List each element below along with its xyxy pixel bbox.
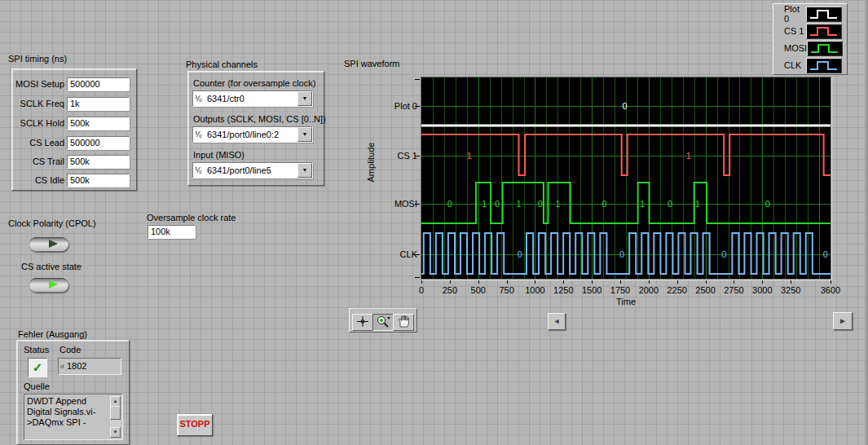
outputs-channel-label: Outputs (SCLK, MOSI, CS [0..N]) xyxy=(193,114,326,124)
sclk-hold-label: SCLK Hold xyxy=(20,118,64,128)
scroll-down-icon[interactable]: ▼ xyxy=(110,427,121,438)
x-axis-tick xyxy=(535,280,535,284)
y-label-plot0: Plot 0 xyxy=(368,101,417,111)
svg-text:0: 0 xyxy=(721,249,726,259)
square-wave-glyph-icon[interactable] xyxy=(806,58,842,73)
x-axis-tick xyxy=(620,280,621,284)
x-axis-tick xyxy=(450,280,451,284)
graph-scroll-left-button[interactable]: ◄ xyxy=(548,313,566,330)
magnifier-icon xyxy=(374,315,392,328)
cursor-crosshair-tool-button[interactable] xyxy=(352,314,373,331)
error-source-line: DWDT Append xyxy=(27,396,95,407)
x-axis-tick xyxy=(563,280,564,284)
input-channel-combo[interactable]: ⅟₀ 6341/port0/line5 ▼ xyxy=(192,162,313,178)
y-label-mosi: MOSI xyxy=(368,199,417,209)
svg-text:0: 0 xyxy=(447,199,452,209)
counter-channel-combo[interactable]: ⅟₀ 6341/ctr0 ▼ xyxy=(192,90,313,107)
oversample-rate-label: Oversample clock rate xyxy=(147,213,236,222)
svg-text:0: 0 xyxy=(668,199,672,209)
error-code-label: Code xyxy=(59,345,81,355)
pan-hand-tool-button[interactable] xyxy=(393,314,414,331)
x-axis-tick xyxy=(649,280,650,284)
y-axis-tick xyxy=(415,204,420,205)
x-axis-tick xyxy=(762,280,763,284)
scroll-right-icon: ► xyxy=(839,316,847,325)
error-status-label: Status xyxy=(24,345,49,355)
outputs-channel-combo[interactable]: ⅟₀ 6341/port0/line0:2 ▼ xyxy=(192,126,313,143)
panel-edge-shade xyxy=(864,0,868,445)
svg-text:0: 0 xyxy=(765,199,770,209)
outputs-channel-value: 6341/port0/line0:2 xyxy=(206,130,297,139)
counter-channel-label: Counter (for oversample clock) xyxy=(193,78,315,88)
svg-text:0: 0 xyxy=(601,199,606,209)
crosshair-icon xyxy=(354,315,372,328)
stop-button-label: STOPP xyxy=(179,419,209,429)
x-tick-label: 3250 xyxy=(773,285,809,295)
svg-text:0: 0 xyxy=(518,249,522,259)
svg-text:1: 1 xyxy=(555,199,560,209)
physical-channels-cluster: Counter (for oversample clock) ⅟₀ 6341/c… xyxy=(187,71,324,186)
sclk-hold-field[interactable]: 500k xyxy=(67,117,130,130)
y-axis-tick xyxy=(415,79,420,80)
square-wave-glyph-icon[interactable] xyxy=(806,24,842,39)
counter-channel-dropdown-icon[interactable]: ▼ xyxy=(297,91,312,106)
waveform-plot-area[interactable]: 011010101010100000 xyxy=(421,77,831,280)
status-ok-check-icon: ✓ xyxy=(33,360,43,374)
cs-trail-field[interactable]: 500k xyxy=(67,155,130,169)
square-wave-glyph-icon[interactable] xyxy=(806,7,842,22)
error-source-line: >DAQmx SPI - xyxy=(27,417,95,428)
cs-active-switch[interactable] xyxy=(29,278,68,292)
cs-idle-field[interactable]: 500k xyxy=(67,174,130,187)
svg-text:0: 0 xyxy=(495,199,500,209)
square-wave-glyph-icon[interactable] xyxy=(807,41,843,56)
waveform-svg: 011010101010100000 xyxy=(421,77,831,279)
cs-idle-label: CS Idle xyxy=(35,175,64,185)
cs-active-label: CS active state xyxy=(21,262,82,271)
physical-channel-io-icon: ⅟₀ xyxy=(193,95,206,103)
input-channel-dropdown-icon[interactable]: ▼ xyxy=(297,163,312,178)
error-source-scrollbar[interactable]: ▲ ▼ xyxy=(110,396,121,438)
x-axis-tick xyxy=(507,280,508,284)
x-axis-title: Time xyxy=(421,297,831,306)
legend-row-plot0[interactable]: Plot 0 xyxy=(773,6,847,22)
y-axis-tick xyxy=(415,254,420,255)
cs-lead-field[interactable]: 500000 xyxy=(67,136,130,150)
svg-text:1: 1 xyxy=(695,199,700,209)
outputs-channel-dropdown-icon[interactable]: ▼ xyxy=(297,127,312,142)
cpol-switch[interactable] xyxy=(29,237,68,251)
legend-label-cs1: CS 1 xyxy=(784,26,804,36)
x-axis-tick xyxy=(677,280,678,284)
oversample-rate-field[interactable]: 100k xyxy=(148,225,196,239)
input-channel-value: 6341/port0/line5 xyxy=(206,165,297,175)
legend-label-clk: CLK xyxy=(784,60,801,70)
legend-row-mosi[interactable]: MOSI xyxy=(773,40,847,56)
graph-toolbar xyxy=(349,308,417,333)
sclk-freq-field[interactable]: 1k xyxy=(67,97,130,111)
mosi-setup-field[interactable]: 500000 xyxy=(67,77,130,91)
svg-text:1: 1 xyxy=(686,151,691,161)
y-axis-tick xyxy=(415,106,420,107)
error-source-box: DWDT Append Digital Signals.vi- >DAQmx S… xyxy=(24,394,123,440)
svg-text:1: 1 xyxy=(467,151,472,161)
mosi-setup-label: MOSI Setup xyxy=(15,79,64,89)
graph-scroll-right-button[interactable]: ► xyxy=(833,312,853,330)
svg-text:0: 0 xyxy=(619,249,624,259)
y-axis-tick xyxy=(415,277,420,278)
physical-channel-io-icon: ⅟₀ xyxy=(193,166,206,174)
stop-button[interactable]: STOPP xyxy=(177,414,213,436)
x-axis-tick xyxy=(831,280,831,284)
cs-active-switch-arrow-icon xyxy=(49,280,58,289)
counter-channel-value: 6341/ctr0 xyxy=(206,94,297,104)
zoom-tool-button[interactable] xyxy=(372,314,394,331)
x-axis-tick xyxy=(734,280,734,284)
error-code-field: d 1802 xyxy=(58,358,121,375)
legend-row-clk[interactable]: CLK xyxy=(773,57,847,73)
physical-channels-title: Physical channels xyxy=(186,59,258,69)
physical-channel-io-icon: ⅟₀ xyxy=(193,130,206,139)
scrollbar-thumb[interactable] xyxy=(110,406,121,420)
hand-icon xyxy=(394,315,412,328)
legend-row-cs1[interactable]: CS 1 xyxy=(773,23,847,39)
error-source-label: Quelle xyxy=(24,381,50,391)
y-axis-tick xyxy=(415,156,420,156)
cs-lead-label: CS Lead xyxy=(29,138,64,148)
